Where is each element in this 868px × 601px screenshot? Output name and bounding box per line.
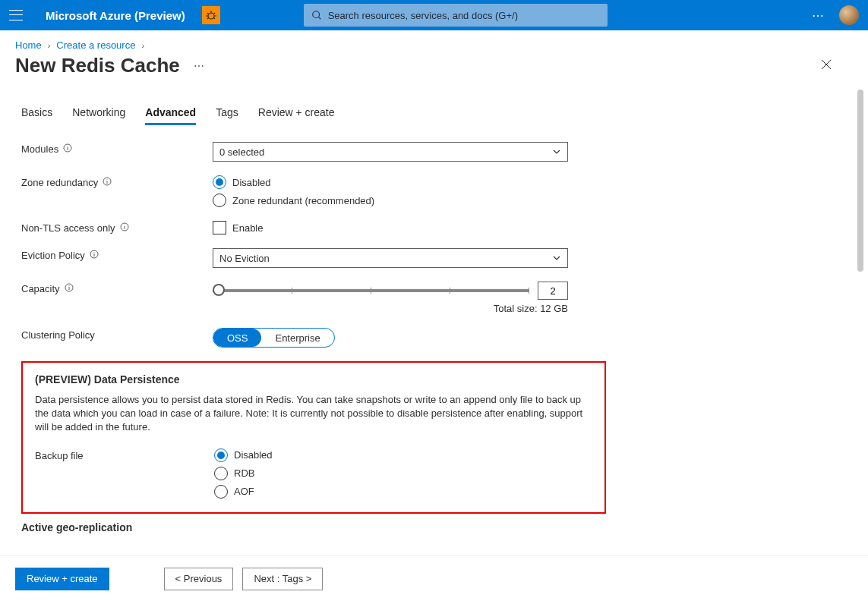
capacity-input[interactable] <box>538 282 568 300</box>
radio-icon <box>214 485 228 499</box>
capacity-label: Capacity <box>21 283 60 294</box>
eviction-select[interactable]: No Eviction <box>213 248 568 268</box>
tab-basics[interactable]: Basics <box>21 106 52 125</box>
hamburger-menu-icon[interactable] <box>9 8 24 23</box>
tab-networking[interactable]: Networking <box>72 106 125 125</box>
breadcrumb-create[interactable]: Create a resource <box>56 39 135 51</box>
info-icon[interactable] <box>103 177 112 188</box>
persistence-title: (PREVIEW) Data Persistence <box>35 373 592 385</box>
search-input[interactable]: Search resources, services, and docs (G+… <box>304 4 608 27</box>
info-icon[interactable] <box>120 222 129 234</box>
data-persistence-section: (PREVIEW) Data Persistence Data persiste… <box>21 361 606 514</box>
previous-button[interactable]: < Previous <box>164 568 234 590</box>
search-placeholder: Search resources, services, and docs (G+… <box>328 10 518 21</box>
modules-value: 0 selected <box>219 146 264 158</box>
checkbox-label: Enable <box>232 222 263 234</box>
backup-aof-radio[interactable]: AOF <box>214 485 570 499</box>
eviction-value: No Eviction <box>219 253 270 264</box>
radio-label: Zone redundant (recommended) <box>232 195 374 206</box>
chevron-right-icon: › <box>141 41 144 50</box>
capacity-slider[interactable] <box>213 289 529 292</box>
radio-label: Disabled <box>232 177 271 188</box>
info-icon[interactable] <box>90 250 99 261</box>
backup-label: Backup file <box>35 450 84 461</box>
eviction-label: Eviction Policy <box>21 250 85 261</box>
zone-disabled-radio[interactable]: Disabled <box>213 175 568 189</box>
backup-disabled-radio[interactable]: Disabled <box>214 448 570 462</box>
checkbox-icon <box>213 221 226 234</box>
zone-label: Zone redundancy <box>21 177 98 188</box>
close-icon[interactable] <box>821 59 832 72</box>
radio-label: RDB <box>234 467 254 479</box>
avatar[interactable] <box>839 5 859 25</box>
radio-icon <box>214 448 228 462</box>
svg-point-0 <box>208 13 214 19</box>
chevron-right-icon: › <box>48 41 51 50</box>
zone-redundant-radio[interactable]: Zone redundant (recommended) <box>213 194 568 207</box>
clustering-toggle: OSS Enterprise <box>213 328 335 348</box>
breadcrumb: Home › Create a resource › <box>0 30 868 54</box>
bug-icon[interactable] <box>202 6 220 24</box>
slider-thumb[interactable] <box>213 284 225 296</box>
clustering-oss-option[interactable]: OSS <box>213 329 261 347</box>
scrollbar[interactable] <box>857 90 863 272</box>
modules-label: Modules <box>21 143 58 155</box>
info-icon[interactable] <box>63 143 72 155</box>
footer-bar: Review + create < Previous Next : Tags > <box>0 555 868 601</box>
page-title: New Redis Cache <box>15 54 180 77</box>
persistence-desc: Data persistence allows you to persist d… <box>35 393 592 435</box>
tab-advanced[interactable]: Advanced <box>145 106 196 125</box>
top-bar: Microsoft Azure (Preview) Search resourc… <box>0 0 868 30</box>
radio-icon <box>213 194 226 207</box>
review-create-button[interactable]: Review + create <box>15 568 109 590</box>
radio-icon <box>214 467 228 480</box>
info-icon[interactable] <box>65 283 74 294</box>
breadcrumb-home[interactable]: Home <box>15 39 42 51</box>
clustering-enterprise-option[interactable]: Enterprise <box>261 329 333 347</box>
content-area: Basics Networking Advanced Tags Review +… <box>0 83 868 533</box>
backup-rdb-radio[interactable]: RDB <box>214 467 570 480</box>
title-row: New Redis Cache ⋯ <box>0 54 868 83</box>
radio-icon <box>213 175 226 189</box>
modules-select[interactable]: 0 selected <box>213 142 568 162</box>
nontls-checkbox[interactable]: Enable <box>213 221 568 234</box>
more-icon[interactable]: ⋯ <box>812 8 825 23</box>
nontls-label: Non-TLS access only <box>21 222 115 234</box>
clustering-label: Clustering Policy <box>21 329 95 341</box>
chevron-down-icon <box>552 253 561 263</box>
brand-label[interactable]: Microsoft Azure (Preview) <box>46 9 185 22</box>
next-button[interactable]: Next : Tags > <box>242 568 323 590</box>
title-more-icon[interactable]: ⋯ <box>194 60 205 72</box>
capacity-total: Total size: 12 GB <box>213 303 568 314</box>
chevron-down-icon <box>552 147 561 156</box>
tab-tags[interactable]: Tags <box>216 106 238 125</box>
geo-replication-heading: Active geo-replication <box>21 521 847 533</box>
tab-review[interactable]: Review + create <box>258 106 335 125</box>
svg-point-1 <box>312 11 319 18</box>
tabs: Basics Networking Advanced Tags Review +… <box>21 106 847 125</box>
radio-label: AOF <box>234 486 254 497</box>
radio-label: Disabled <box>234 449 273 461</box>
